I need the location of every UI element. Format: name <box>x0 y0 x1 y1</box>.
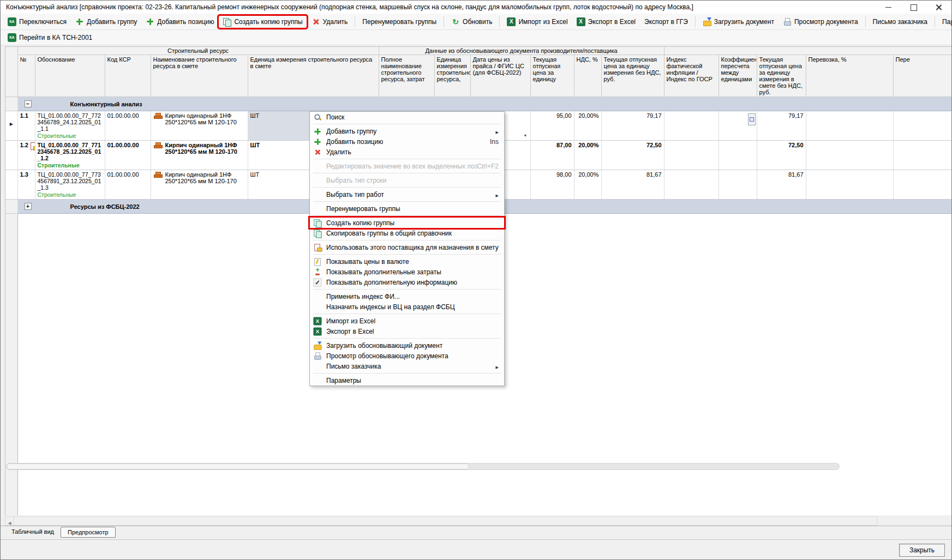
toolbar-button-switch[interactable]: Переключиться <box>4 16 70 28</box>
column-header-full-name[interactable]: Полное наименование строительного ресурс… <box>379 55 434 97</box>
search-icon <box>313 113 321 121</box>
column-header-price-estimate-no-vat[interactable]: Текущая отпускная цена за единицу измере… <box>757 55 806 97</box>
tab-table-view[interactable]: Табличный вид <box>5 526 61 537</box>
column-header-price-no-vat[interactable]: Текущая отпускная цена за единицу измере… <box>601 55 664 97</box>
column-header-num[interactable]: № <box>17 55 35 97</box>
scroll-left-arrow-icon[interactable] <box>5 517 14 525</box>
dropdown-arrow-icon[interactable] <box>522 131 529 139</box>
menu-separator <box>310 312 504 316</box>
toolbar-button-add-group[interactable]: Добавить группу <box>71 16 141 28</box>
column-header-unit[interactable]: Единица измерения строительного ресурса … <box>248 55 379 97</box>
menu-item-select-row-type: Выбрать тип строки <box>310 175 504 185</box>
toolbar-button-export-gge[interactable]: Экспорт в ГГЭ <box>640 16 692 27</box>
scrollbar-thumb[interactable] <box>7 463 469 469</box>
cell-price-no-vat: 81,67 <box>601 170 664 200</box>
minimize-button[interactable] <box>876 1 901 14</box>
toolbar-button-renumber-groups[interactable]: Перенумеровать группы <box>358 16 440 27</box>
folder-download-icon <box>703 17 711 26</box>
grid-horizontal-scrollbar[interactable] <box>6 463 840 470</box>
toolbar-button-copy-group[interactable]: Создать копию группы <box>219 16 306 28</box>
toolbar-button-view-document[interactable]: Просмотр документа <box>779 16 862 28</box>
toolbar-button-customer-letter[interactable]: Письмо заказчика <box>869 16 931 27</box>
column-header-name[interactable]: Наименование строительного ресурса в сме… <box>151 55 248 97</box>
column-header-ksr-code[interactable]: Код КСР <box>105 55 151 97</box>
toolbar-button-refresh[interactable]: Обновить <box>447 16 496 28</box>
toolbar-button-parameters[interactable]: Параметры <box>938 16 952 27</box>
column-header-price-date[interactable]: Дата цены из прайса / ФГИС ЦС (для ФСБЦ-… <box>470 55 530 97</box>
ka-icon <box>8 33 16 42</box>
menu-item-parameters[interactable]: Параметры <box>310 375 504 386</box>
cell-vat: 20,00% <box>574 111 601 141</box>
grid-column-header-row: № Обоснование Код КСР Наименование строи… <box>5 55 952 97</box>
toolbar-button-load-document[interactable]: Загрузить документ <box>699 16 778 28</box>
column-header-full-unit[interactable]: Единица измерения строительного ресурса, <box>434 55 470 97</box>
column-header-justification[interactable]: Обоснование <box>35 55 105 97</box>
tab-preview[interactable]: Предпросмотр <box>61 527 116 538</box>
menu-item-copy-groups-to-shared[interactable]: Скопировать группы в общий справочник <box>310 228 504 238</box>
collapse-toggle-button[interactable]: − <box>25 100 32 107</box>
footer-bar: Закрыть <box>1 539 951 559</box>
maximize-button[interactable] <box>901 1 926 14</box>
secondary-toolbar: Перейти в КА ТСН-2001 <box>1 30 951 45</box>
menu-item-select-work-type[interactable]: Выбрать тип работ <box>310 189 504 200</box>
menu-item-customer-letter[interactable]: Письмо заказчика <box>310 361 504 371</box>
menu-item-show-extra-info[interactable]: Показывать дополнительную информацию <box>310 277 504 287</box>
toolbar-separator <box>355 16 355 27</box>
menu-item-copy-group[interactable]: Создать копию группы <box>310 218 504 228</box>
plus-icon <box>313 127 321 135</box>
column-header-inflation-index[interactable]: Индекс фактической инфляции / Индекс по … <box>664 55 719 97</box>
toolbar-button-go-to-ka-tsn[interactable]: Перейти в КА ТСН-2001 <box>4 32 96 44</box>
cell-conversion-coeff <box>719 111 757 141</box>
menu-item-add-position[interactable]: Добавить позицию Ins <box>310 136 504 147</box>
column-header-cut[interactable]: Пере <box>893 55 952 97</box>
expand-toggle-button[interactable]: + <box>25 203 32 210</box>
cell-price: 98,00 <box>530 170 574 200</box>
menu-item-export-excel[interactable]: Экспорт в Excel <box>310 326 504 336</box>
column-header-vat[interactable]: НДС, % <box>574 55 601 97</box>
ka-icon <box>8 17 16 26</box>
menu-item-add-group[interactable]: Добавить группу <box>310 126 504 136</box>
menu-item-search[interactable]: Поиск <box>310 112 504 122</box>
menu-separator <box>310 122 504 126</box>
grid-editor-icon <box>750 117 754 122</box>
cell-price-no-vat: 72,50 <box>601 141 664 170</box>
menu-item-show-extra-costs[interactable]: Показывать дополнительные затраты <box>310 267 504 277</box>
menu-item-assign-indexes[interactable]: Назначить индексы и ВЦ на раздел ФСБЦ <box>310 302 504 312</box>
menu-item-apply-fi-index[interactable]: Применить индекс ФИ... <box>310 291 504 302</box>
toolbar-button-delete[interactable]: Удалить <box>308 16 352 28</box>
close-button[interactable]: Закрыть <box>899 544 945 557</box>
menu-item-import-excel[interactable]: Импорт из Excel <box>310 316 504 326</box>
toolbar-button-add-position[interactable]: Добавить позицию <box>142 16 218 28</box>
cell-price-estimate-no-vat: 81,67 <box>757 170 806 200</box>
submenu-arrow-icon <box>496 128 501 135</box>
copy-icon <box>313 229 321 237</box>
menu-item-use-supplier[interactable]: Использовать этого поставщика для назнач… <box>310 242 504 252</box>
outer-horizontal-scrollbar[interactable] <box>5 516 877 526</box>
menu-item-renumber-groups[interactable]: Перенумеровать группы <box>310 203 504 214</box>
menu-item-view-justifying-document[interactable]: Просмотр обосновывающего документа <box>310 351 504 361</box>
column-header-conversion-coeff[interactable]: Коэффициент пересчета между единицами <box>719 55 757 97</box>
toolbar-button-import-excel[interactable]: Импорт из Excel <box>503 16 571 28</box>
brick-icon <box>153 171 163 178</box>
cell-justification: ТЦ_01.00.00.00_77_7723456789_24.12.2025_… <box>35 111 105 141</box>
close-window-button[interactable] <box>926 1 951 14</box>
cell-ksr-code: 01.00.00.00 <box>105 111 151 141</box>
menu-item-load-justifying-document[interactable]: Загрузить обосновывающий документ <box>310 340 504 351</box>
plus-icon <box>75 17 84 26</box>
window-title: Конъюнктурный анализ [справочник проекта… <box>1 3 876 11</box>
cell-num: 1.2 <box>17 141 35 170</box>
toolbar-separator <box>935 16 935 27</box>
menu-item-show-currency-prices[interactable]: Показывать цены в валюте <box>310 256 504 267</box>
group-row-label: Конъюнктурный анализ <box>70 101 142 107</box>
excel-icon <box>507 17 516 26</box>
excel-icon <box>313 327 321 335</box>
group-row-market-analysis[interactable]: − Конъюнктурный анализ <box>5 97 952 111</box>
cell-vat: 20,00% <box>574 170 601 200</box>
menu-separator <box>310 287 504 291</box>
column-header-price[interactable]: Текущая отпускная цена за единицу <box>530 55 574 97</box>
menu-item-delete[interactable]: Удалить <box>310 147 504 157</box>
column-header-transport[interactable]: Перевозка, % <box>806 55 893 97</box>
cell-editor-button[interactable] <box>748 113 756 125</box>
band-construction-resource: Строительный ресурс <box>17 47 379 55</box>
toolbar-button-export-excel[interactable]: Экспорт в Excel <box>573 16 639 28</box>
